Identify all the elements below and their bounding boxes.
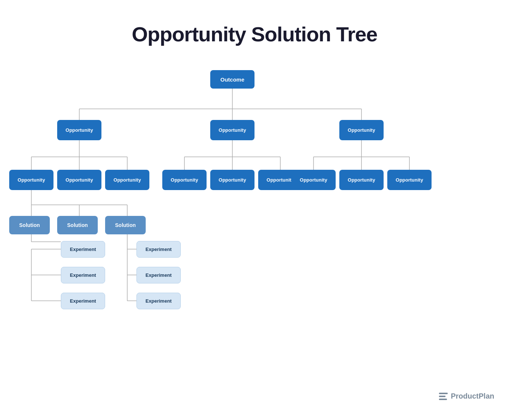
solution-node-2[interactable]: Solution: [57, 216, 98, 234]
exp-1-3-label: Experiment: [70, 298, 96, 304]
exp-3-3-label: Experiment: [146, 298, 172, 304]
experiment-node-1-1[interactable]: Experiment: [61, 241, 105, 258]
opportunity-node-ll[interactable]: Opportunity: [9, 170, 53, 190]
opportunity-node-lr[interactable]: Opportunity: [105, 170, 149, 190]
page-title: Opportunity Solution Tree: [0, 0, 509, 61]
opp-lc-label: Opportunity: [66, 177, 93, 183]
exp-3-2-label: Experiment: [146, 272, 172, 278]
logo-line-1: [439, 393, 448, 394]
opp-ll-label: Opportunity: [18, 177, 45, 183]
opp-rc-label: Opportunity: [348, 177, 375, 183]
sol-1-label: Solution: [19, 222, 40, 228]
productplan-logo: ProductPlan: [439, 392, 494, 400]
opp-cc-label: Opportunity: [219, 177, 246, 183]
solution-node-3[interactable]: Solution: [105, 216, 146, 234]
opportunity-node-center[interactable]: Opportunity: [210, 120, 254, 140]
opp-cr-label: Opportunity: [267, 177, 294, 183]
exp-1-1-label: Experiment: [70, 247, 96, 252]
opportunity-node-rl[interactable]: Opportunity: [291, 170, 336, 190]
opp-lr-label: Opportunity: [114, 177, 141, 183]
opp-left-label: Opportunity: [66, 127, 93, 133]
outcome-label: Outcome: [220, 76, 244, 83]
experiment-node-1-3[interactable]: Experiment: [61, 293, 105, 309]
exp-3-1-label: Experiment: [146, 247, 172, 252]
experiment-node-3-2[interactable]: Experiment: [136, 267, 181, 283]
opportunity-node-left[interactable]: Opportunity: [57, 120, 101, 140]
opp-right-label: Opportunity: [348, 127, 375, 133]
tree-container: Outcome Opportunity Opportunity Opportun…: [0, 61, 509, 412]
sol-2-label: Solution: [67, 222, 88, 228]
experiment-node-3-3[interactable]: Experiment: [136, 293, 181, 309]
opportunity-node-rr[interactable]: Opportunity: [387, 170, 432, 190]
experiment-node-1-2[interactable]: Experiment: [61, 267, 105, 283]
logo-icon: [439, 393, 448, 400]
logo-line-3: [439, 399, 447, 400]
opportunity-node-rc[interactable]: Opportunity: [339, 170, 384, 190]
tree-connectors: [0, 61, 509, 412]
sol-3-label: Solution: [115, 222, 136, 228]
opportunity-node-cl[interactable]: Opportunity: [162, 170, 207, 190]
solution-node-1[interactable]: Solution: [9, 216, 50, 234]
logo-text: ProductPlan: [451, 392, 494, 400]
opp-rl-label: Opportunity: [300, 177, 327, 183]
outcome-node[interactable]: Outcome: [210, 70, 254, 89]
experiment-node-3-1[interactable]: Experiment: [136, 241, 181, 258]
opportunity-node-right[interactable]: Opportunity: [339, 120, 384, 140]
opp-center-label: Opportunity: [219, 127, 246, 133]
opp-cl-label: Opportunity: [171, 177, 198, 183]
opportunity-node-cc[interactable]: Opportunity: [210, 170, 254, 190]
opp-rr-label: Opportunity: [396, 177, 423, 183]
opportunity-node-lc[interactable]: Opportunity: [57, 170, 101, 190]
logo-line-2: [439, 396, 446, 397]
exp-1-2-label: Experiment: [70, 272, 96, 278]
